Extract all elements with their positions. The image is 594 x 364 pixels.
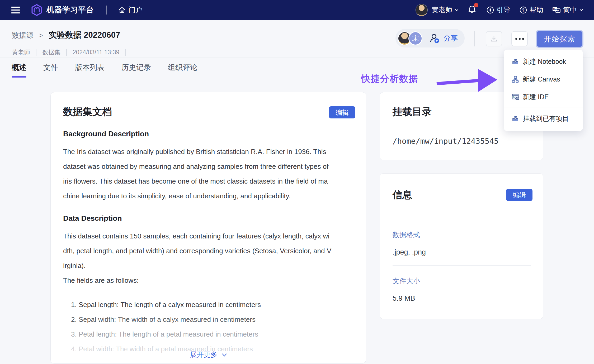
top-navbar: 机器学习平台 门户 黄老师 — [0, 0, 594, 20]
svg-text:?: ? — [522, 8, 525, 12]
breadcrumb: 数据源 > 实验数据 20220607 — [12, 30, 120, 41]
compass-icon — [486, 6, 494, 14]
chevron-down-icon — [579, 8, 583, 12]
meta-type: 数据集 — [42, 48, 60, 56]
list-item: 3. Petal length: The length of a petal m… — [71, 327, 261, 342]
tab-comments[interactable]: 组织评论 — [168, 58, 197, 77]
annotation-text: 快捷分析数据 — [361, 73, 418, 85]
mount-path: /home/mw/input/12435545 — [393, 137, 499, 146]
quick-actions-menu: 新建 Notebook 新建 Canvas 新建 IDE 挂载到已有项目 — [504, 50, 583, 131]
share-label: 分享 — [444, 33, 458, 43]
navbar-divider — [106, 6, 107, 15]
dataset-meta: 黄老师 数据集 2024/03/11 13:39 — [12, 48, 131, 56]
divider — [393, 307, 531, 307]
dataset-doc-card: 数据集文档 编辑 Background Description The Iris… — [50, 92, 366, 363]
app-title: 机器学习平台 — [46, 5, 94, 15]
menu-item-new-canvas[interactable]: 新建 Canvas — [504, 70, 583, 88]
canvas-flow-icon — [512, 76, 519, 83]
notification-badge — [474, 3, 478, 7]
tab-files[interactable]: 文件 — [43, 58, 58, 77]
download-button[interactable] — [486, 31, 502, 46]
hamburger-menu-icon[interactable] — [11, 7, 20, 13]
download-icon — [490, 35, 498, 43]
app-logo[interactable]: 机器学习平台 — [31, 4, 94, 16]
menu-item-new-notebook[interactable]: 新建 Notebook — [504, 53, 583, 70]
meta-owner: 黄老师 — [12, 48, 30, 56]
nav-portal[interactable]: 门户 — [118, 5, 143, 15]
tab-versions[interactable]: 版本列表 — [75, 58, 105, 77]
info-edit-button[interactable]: 编辑 — [506, 189, 532, 201]
user-menu[interactable]: 黄老师 — [416, 4, 459, 16]
translate-icon: 文 En — [552, 6, 561, 14]
add-person-icon — [428, 32, 440, 44]
notebook-tray-icon — [512, 58, 519, 65]
meta-datetime: 2024/03/11 13:39 — [73, 49, 119, 56]
breadcrumb-separator: > — [39, 32, 43, 39]
actions-divider — [474, 31, 475, 46]
ide-terminal-icon — [512, 93, 519, 101]
field-list: 1. Sepal length: The length of a calyx m… — [71, 297, 261, 356]
language-switcher[interactable]: 文 En 简中 — [552, 5, 583, 15]
help-label: 帮助 — [530, 5, 543, 15]
guide-label: 引导 — [497, 5, 510, 15]
info-field-label: 文件大小 — [393, 276, 420, 286]
info-field-label: 数据格式 — [393, 230, 420, 240]
help-icon: ? — [519, 6, 527, 14]
info-field-value: 5.9 MB — [393, 294, 415, 303]
user-name: 黄老师 — [432, 5, 452, 15]
svg-text:En: En — [553, 8, 557, 11]
nav-help[interactable]: ? 帮助 — [519, 5, 543, 15]
menu-item-mount-existing[interactable]: 挂载到已有项目 — [504, 110, 583, 127]
annotation-arrow-icon — [436, 67, 499, 94]
doc-edit-button[interactable]: 编辑 — [329, 106, 355, 118]
lang-label: 简中 — [563, 5, 577, 15]
share-button[interactable]: 分享 — [428, 32, 458, 44]
home-icon — [118, 6, 126, 14]
data-paragraph: This dataset contains 150 samples, each … — [63, 229, 331, 288]
nav-guide[interactable]: 引导 — [486, 5, 510, 15]
collaborator-avatar-initial[interactable]: 宋 — [408, 31, 422, 45]
notifications-button[interactable] — [468, 5, 476, 15]
page-title: 实验数据 20220607 — [49, 30, 120, 41]
mount-card-title: 挂载目录 — [393, 105, 432, 118]
logo-hexagon-icon — [31, 4, 43, 16]
menu-item-new-ide[interactable]: 新建 IDE — [504, 88, 583, 106]
info-card: 信息 编辑 数据格式 .jpeg, .png 文件大小 5.9 MB — [380, 173, 543, 319]
divider — [393, 265, 531, 266]
menu-divider — [504, 108, 583, 108]
user-avatar — [416, 4, 428, 16]
collaborators-pill[interactable]: 宋 分享 — [395, 29, 465, 47]
start-explore-button[interactable]: 开始探索 — [536, 30, 583, 48]
list-item: 2. Sepal width: The width of a calyx mea… — [71, 312, 261, 327]
list-item: 1. Sepal length: The length of a calyx m… — [71, 297, 261, 312]
doc-card-title: 数据集文档 — [63, 105, 112, 118]
chevron-down-icon — [221, 353, 227, 357]
data-heading: Data Description — [63, 214, 122, 223]
chevron-down-icon — [455, 8, 459, 12]
mount-tray-icon — [512, 115, 519, 122]
info-card-title: 信息 — [393, 188, 412, 202]
portal-label: 门户 — [128, 5, 143, 15]
expand-more-button[interactable]: 展开更多 — [51, 350, 366, 359]
background-heading: Background Description — [63, 130, 149, 138]
tab-overview[interactable]: 概述 — [12, 58, 26, 77]
tab-history[interactable]: 历史记录 — [121, 58, 151, 77]
breadcrumb-parent[interactable]: 数据源 — [12, 31, 33, 40]
info-field-value: .jpeg, .png — [393, 248, 426, 256]
more-actions-button[interactable] — [511, 31, 528, 46]
ellipsis-icon — [515, 38, 524, 40]
background-paragraph: The Iris dataset was originally publishe… — [63, 144, 328, 203]
